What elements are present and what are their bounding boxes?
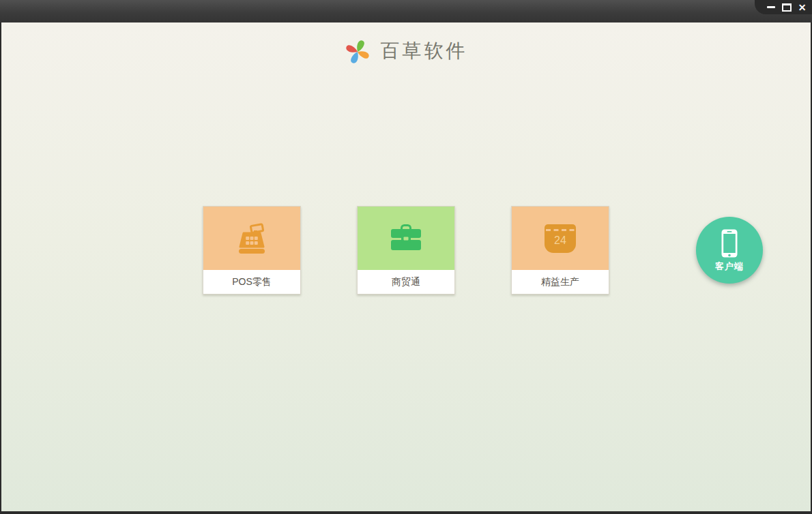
product-card-trade[interactable]: 商贸通 [357, 206, 455, 294]
card-icon-area [358, 207, 454, 270]
product-card-lean-production[interactable]: 24 精益生产 [511, 206, 609, 294]
maximize-icon [782, 3, 792, 12]
minimize-icon [767, 6, 775, 8]
main-content: 百草软件 [1, 22, 811, 511]
card-label: 精益生产 [512, 270, 609, 294]
pinwheel-logo-icon [345, 38, 371, 64]
card-icon-area: 24 [512, 207, 609, 270]
calendar-day-number: 24 [554, 235, 566, 246]
briefcase-icon [390, 224, 422, 253]
titlebar[interactable]: ✕ [0, 0, 812, 22]
product-card-pos-retail[interactable]: POS零售 [203, 206, 301, 294]
close-button[interactable]: ✕ [797, 2, 807, 12]
card-label: 商贸通 [358, 270, 454, 294]
card-label: POS零售 [203, 270, 300, 294]
cash-register-icon [235, 223, 268, 254]
brand-header: 百草软件 [1, 38, 811, 64]
client-button-label: 客户端 [715, 260, 744, 273]
card-icon-area [203, 207, 300, 270]
calendar-24-icon: 24 [545, 224, 576, 253]
smartphone-icon [721, 228, 738, 258]
maximize-button[interactable] [781, 2, 792, 12]
close-icon: ✕ [798, 3, 807, 12]
client-button[interactable]: 客户端 [696, 217, 763, 284]
app-title: 百草软件 [381, 38, 468, 64]
window-controls: ✕ [755, 0, 812, 14]
minimize-button[interactable] [766, 2, 776, 12]
app-window: ✕ 百草软件 [0, 0, 812, 514]
